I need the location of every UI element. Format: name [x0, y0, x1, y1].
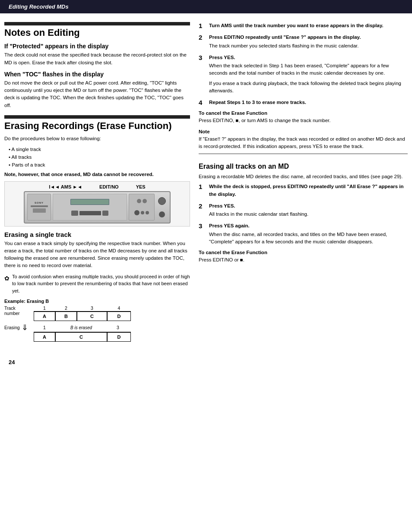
en3: 3 — [107, 325, 129, 330]
note-heading: Note — [199, 129, 408, 134]
step-3-content: Press YES. When the track selected in St… — [209, 54, 408, 94]
all-step-1: 1 While the deck is stopped, press EDIT/… — [199, 183, 408, 198]
all-step-3-number: 3 — [199, 222, 206, 230]
step-2: 2 Press EDIT/NO repeatedly until "Erase … — [199, 34, 408, 50]
bullet-parts: Parts of a track — [9, 161, 190, 169]
left-column: Notes on Editing If "Protected" appears … — [4, 22, 190, 346]
tn1: 1 — [34, 305, 55, 311]
all-step-2-sub: All tracks in the music calendar start f… — [209, 211, 408, 218]
erasing-single-section: Erasing a single track You can erase a t… — [4, 231, 190, 342]
all-cancel-heading: To cancel the Erase Function — [199, 250, 408, 255]
protected-subheading: If "Protected" appears in the display — [4, 43, 190, 50]
step-1: 1 Turn AMS until the track number you wa… — [199, 22, 408, 29]
example-label: Example: Erasing B — [4, 299, 190, 304]
cancel-text: Press EDIT/NO, ■, or turn AMS to change … — [199, 117, 408, 124]
erasing-all-heading: Erasing all tracks on an MD — [199, 163, 408, 170]
step-1-text: Turn AMS until the track number you want… — [209, 22, 408, 29]
tn3: 3 — [77, 305, 107, 311]
track-A-before: A — [34, 312, 55, 321]
erase-warning: Note, however, that once erased, MD data… — [4, 172, 190, 177]
step-4: 4 Repeat Steps 1 to 3 to erase more trac… — [199, 99, 408, 106]
erasing-all-section: Erasing all tracks on an MD Erasing a re… — [199, 154, 408, 264]
track-C-after: C — [55, 332, 107, 342]
step-3-sub1: When the track selected in Step 1 has be… — [209, 62, 408, 77]
b-is-erased: B is erased — [70, 325, 92, 330]
step-3-sub2: If you erase a track during playback, th… — [209, 80, 408, 95]
notes-section: Notes on Editing If "Protected" appears … — [4, 22, 190, 109]
step-2-number: 2 — [199, 34, 206, 41]
step-1-content: Turn AMS until the track number you want… — [209, 22, 408, 29]
toc-subheading: When "TOC" flashes in the display — [4, 71, 190, 78]
step-3-number: 3 — [199, 54, 206, 61]
tip-text: To avoid confusion when erasing multiple… — [12, 273, 190, 295]
all-step-3-content: Press YES again. When the disc name, all… — [209, 222, 408, 246]
tn2: 2 — [55, 305, 77, 311]
all-step-2: 2 Press YES. All tracks in the music cal… — [199, 202, 408, 218]
step-3-main: Press YES. — [209, 54, 408, 61]
all-step-1-main: While the deck is stopped, press EDIT/NO… — [209, 183, 408, 198]
bullet-single: A single track — [9, 145, 190, 153]
right-column: 1 Turn AMS until the track number you wa… — [199, 22, 408, 346]
step-2-main: Press EDIT/NO repeatedly until "Erase ?"… — [209, 34, 408, 41]
track-A-after: A — [34, 332, 55, 342]
erasing-label: Erasing — [4, 325, 20, 330]
device-diagram: I◄◄ AMS ►◄ EDIT/NO YES SONY — [4, 181, 190, 227]
track-C-before: C — [77, 312, 107, 321]
step-2-content: Press EDIT/NO repeatedly until "Erase ?"… — [209, 34, 408, 50]
device-labels: I◄◄ AMS ►◄ EDIT/NO YES — [7, 184, 187, 189]
track-diagram: Example: Erasing B Track number 1 — [4, 299, 190, 342]
all-step-2-number: 2 — [199, 202, 206, 210]
step-3: 3 Press YES. When the track selected in … — [199, 54, 408, 94]
erase-section: Erasing Recordings (Erase Function) Do t… — [4, 115, 190, 342]
step-2-sub: The track number you selected starts fla… — [209, 42, 408, 50]
tip-box: ✿ To avoid confusion when erasing multip… — [4, 273, 190, 295]
device-label-ams: I◄◄ AMS ►◄ — [49, 184, 82, 189]
en1: 1 — [34, 325, 55, 330]
erasing-all-intro: Erasing a recordable MD deletes the disc… — [199, 173, 408, 180]
single-steps: 1 Turn AMS until the track number you wa… — [199, 22, 408, 150]
all-step-3: 3 Press YES again. When the disc name, a… — [199, 222, 408, 246]
device-label-yes: YES — [136, 184, 146, 189]
erase-intro: Do the procedures below to erase followi… — [4, 135, 190, 142]
device-label-edit: EDIT/NO — [99, 184, 119, 189]
step-4-content: Repeat Steps 1 to 3 to erase more tracks… — [209, 99, 408, 106]
all-step-3-main: Press YES again. — [209, 222, 408, 230]
track-B-before: B — [55, 312, 77, 321]
page-number: 24 — [0, 355, 412, 370]
all-step-1-content: While the deck is stopped, press EDIT/NO… — [209, 183, 408, 198]
cancel-heading: To cancel the Erase Function — [199, 110, 408, 116]
erase-heading: Erasing Recordings (Erase Function) — [4, 120, 190, 132]
number-label: number — [4, 311, 20, 316]
tn4: 4 — [107, 305, 131, 311]
divider — [199, 154, 408, 154]
all-step-1-number: 1 — [199, 183, 206, 190]
notes-heading: Notes on Editing — [4, 27, 190, 38]
step-1-number: 1 — [199, 22, 206, 29]
bullet-all: All tracks — [9, 153, 190, 161]
step-4-main: Repeat Steps 1 to 3 to erase more tracks… — [209, 99, 408, 106]
protected-text: The deck could not erase the specified t… — [4, 51, 190, 66]
track-D-after: D — [107, 332, 131, 342]
erase-bullets: A single track All tracks Parts of a tra… — [9, 145, 190, 169]
toc-text: Do not move the deck or pull out the AC … — [4, 79, 190, 109]
erasing-arrow: ⇓ — [22, 324, 28, 331]
erase-title-bar — [4, 115, 190, 119]
erasing-single-para: You can erase a track simply by specifyi… — [4, 240, 190, 270]
step-4-number: 4 — [199, 99, 206, 106]
notes-title-bar — [4, 22, 190, 25]
all-step-2-main: Press YES. — [209, 202, 408, 210]
all-cancel-text: Press EDIT/NO or ■. — [199, 256, 408, 264]
header-title: Editing Recorded MDs — [9, 3, 69, 10]
erasing-single-heading: Erasing a single track — [4, 231, 190, 238]
note-text: If "Erase!! ?" appears in the display, t… — [199, 135, 408, 151]
page-header: Editing Recorded MDs — [0, 0, 412, 13]
track-label: Track — [4, 305, 16, 311]
track-D-before: D — [107, 312, 131, 321]
tip-icon: ✿ — [4, 274, 10, 295]
all-step-2-content: Press YES. All tracks in the music calen… — [209, 202, 408, 218]
all-step-3-sub: When the disc name, all recorded tracks,… — [209, 231, 408, 246]
sony-brand: SONY — [35, 201, 44, 204]
